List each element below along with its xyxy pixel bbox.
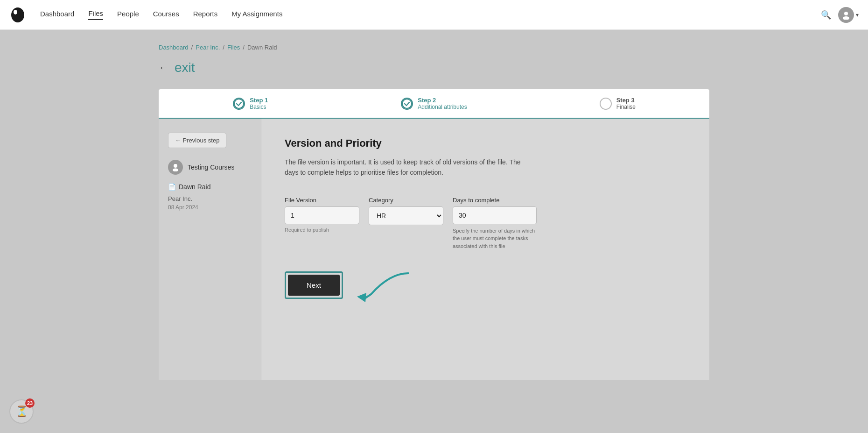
nav-files[interactable]: Files (88, 9, 103, 20)
svg-point-0 (11, 7, 24, 22)
sidebar-avatar (168, 160, 183, 175)
sidebar-user-name: Testing Courses (188, 163, 234, 171)
sidebar-file-name: Dawn Raid (179, 183, 210, 191)
steps-bar: Step 1 Basics Step 2 Additional attribut… (159, 89, 709, 119)
exit-header: ← exit (159, 60, 709, 75)
prev-step-label: ← Previous step (175, 137, 219, 144)
breadcrumb-files[interactable]: Files (227, 44, 240, 51)
sidebar-file-row: 📄 Dawn Raid (168, 183, 252, 191)
step-1-name: Basics (250, 104, 268, 110)
step-3-indicator (600, 98, 612, 110)
previous-step-button[interactable]: ← Previous step (168, 133, 226, 148)
step-3[interactable]: Step 3 Finalise (526, 97, 709, 110)
form-row: File Version Required to publish Categor… (285, 197, 686, 250)
nav-courses[interactable]: Courses (153, 10, 179, 20)
category-label: Category (369, 197, 443, 204)
nav-people[interactable]: People (117, 10, 139, 20)
sidebar-company: Pear Inc. (168, 195, 252, 202)
section-description: The file version is important. It is use… (285, 157, 527, 178)
navbar: Dashboard Files People Courses Reports M… (0, 0, 868, 30)
step-3-name: Finalise (616, 104, 636, 110)
file-version-input[interactable] (285, 206, 359, 224)
svg-point-4 (234, 99, 244, 108)
step-2-indicator (401, 98, 413, 110)
nav-reports[interactable]: Reports (193, 10, 218, 20)
category-select[interactable]: HR Finance Legal Operations (369, 206, 443, 225)
days-hint: Specify the number of days in which the … (453, 227, 537, 250)
days-group: Days to complete Specify the number of d… (453, 197, 537, 250)
left-sidebar: ← Previous step Testing Courses 📄 Dawn R… (159, 119, 261, 380)
svg-point-6 (174, 164, 177, 168)
notification-count: 23 (25, 398, 35, 408)
main-content: Dashboard / Pear Inc. / Files / Dawn Rai… (0, 30, 868, 433)
step-2-name: Additional attributes (418, 104, 467, 110)
app-logo (9, 7, 26, 23)
arrow-indicator (352, 269, 413, 306)
breadcrumb-current: Dawn Raid (247, 44, 277, 51)
notification-badge[interactable]: ⏳ 23 (9, 399, 34, 424)
svg-point-2 (844, 12, 848, 15)
days-input[interactable] (453, 206, 537, 224)
navbar-right: 🔍 ▾ (821, 7, 859, 23)
back-arrow-icon[interactable]: ← (159, 62, 169, 74)
next-area: Next (285, 264, 686, 306)
svg-point-1 (14, 10, 17, 14)
breadcrumb-company[interactable]: Pear Inc. (196, 44, 220, 51)
file-icon: 📄 (168, 183, 176, 191)
nav-links: Dashboard Files People Courses Reports M… (40, 9, 821, 20)
svg-point-5 (402, 99, 412, 108)
exit-label[interactable]: exit (175, 60, 195, 75)
user-avatar-button[interactable]: ▾ (838, 7, 859, 23)
avatar (838, 7, 854, 23)
sidebar-date: 08 Apr 2024 (168, 204, 252, 211)
section-title: Version and Priority (285, 137, 686, 149)
svg-point-3 (843, 16, 849, 20)
step-1-number: Step 1 (250, 97, 268, 104)
step-3-number: Step 3 (616, 97, 636, 104)
nav-my-assignments[interactable]: My Assignments (231, 10, 282, 20)
step-1[interactable]: Step 1 Basics (159, 97, 342, 110)
svg-marker-8 (357, 293, 366, 302)
days-label: Days to complete (453, 197, 537, 204)
step-2-number: Step 2 (418, 97, 467, 104)
svg-point-7 (173, 169, 178, 172)
nav-dashboard[interactable]: Dashboard (40, 10, 74, 20)
next-button[interactable]: Next (288, 275, 340, 296)
step-2[interactable]: Step 2 Additional attributes (342, 97, 525, 110)
search-button[interactable]: 🔍 (821, 10, 831, 20)
step-1-indicator (233, 98, 245, 110)
category-group: Category HR Finance Legal Operations (369, 197, 443, 225)
breadcrumb-dashboard[interactable]: Dashboard (159, 44, 189, 51)
card-area: ← Previous step Testing Courses 📄 Dawn R… (159, 119, 709, 380)
sidebar-user: Testing Courses (168, 160, 252, 175)
next-button-wrapper: Next (285, 271, 343, 299)
file-version-group: File Version Required to publish (285, 197, 359, 233)
file-version-label: File Version (285, 197, 359, 204)
breadcrumb: Dashboard / Pear Inc. / Files / Dawn Rai… (159, 44, 709, 51)
clock-icon: ⏳ (15, 405, 28, 418)
file-version-required: Required to publish (285, 227, 359, 233)
right-content: Version and Priority The file version is… (261, 119, 709, 380)
